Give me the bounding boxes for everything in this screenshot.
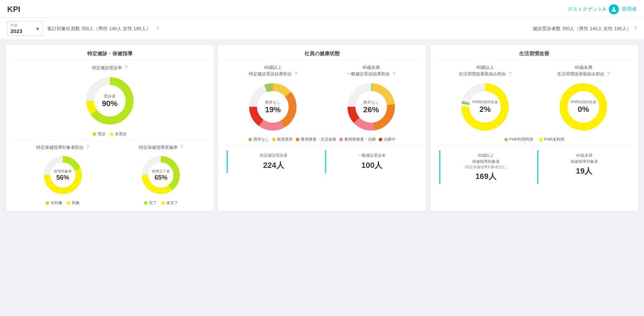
panel1-title: 特定健診・保健指導: [11, 51, 208, 60]
panel3-title: 生活習慣改善: [436, 51, 633, 60]
panel1-bl-legend: 非対象 対象: [46, 200, 80, 206]
panel2-right-help-icon[interactable]: ?: [393, 71, 396, 76]
panel3-top-row: 40歳以上 生活習慣改善取組み割合 ? PHR利用同: [436, 65, 633, 134]
panel1-bottom-right: 特定保健指導実施率 ? 指導完了者 65%: [139, 144, 183, 206]
p2-legend-4: 治療中: [379, 137, 396, 142]
panel3-right-center: PHR利用同意者 0%: [571, 100, 596, 114]
panel1-bl-help-icon[interactable]: ?: [87, 144, 89, 150]
legend-item-bl-1: 対象: [67, 200, 80, 206]
panel2-divider: [224, 146, 420, 146]
p3-legend-1: PHR未利用: [539, 137, 564, 142]
panel3-counts: 40歳以上 保健指導対象者 （特定保健指導対象者含む） 169人 40歳未満 保…: [436, 150, 633, 184]
legend-item-br-0: 完了: [144, 200, 157, 206]
year-label: 年度: [10, 23, 33, 28]
panel1-br-label: 特定保健指導実施率 ?: [139, 144, 183, 151]
panel2-right-center: 異常なし 26%: [363, 100, 379, 114]
exam-count-area: 健診受診者数 350人（男性 140人 女性 190人） ?: [533, 25, 637, 32]
panel2-top-row: 40歳以上 特定健診受診結果割合 ?: [224, 65, 420, 134]
panel2-title: 社員の健康状態: [224, 51, 420, 60]
panel1-top-donut: 受診者 90%: [83, 74, 137, 128]
p3-legend-dot-1: [539, 138, 543, 141]
panel3-left-donut: PHR利用同意者 2%: [458, 80, 512, 134]
panel2-left-center: 異常なし 19%: [265, 100, 281, 114]
panel1-br-center: 指導完了者 65%: [152, 169, 170, 181]
p3-legend-dot-0: [504, 138, 508, 141]
year-selector: 年度 2023 ▼ 集計対象社員数 350人（男性 140人 女性 190人） …: [7, 21, 159, 36]
divider-1: [11, 140, 208, 141]
legend-dot-br-0: [144, 201, 148, 205]
user-name: 管理者: [622, 6, 637, 13]
legend-item-br-1: 未完了: [161, 200, 178, 206]
panel3-right-help-icon[interactable]: ?: [607, 71, 610, 76]
p2-legend-dot-3: [339, 138, 343, 141]
panel1-top-section: 特定健診受診率 ? 受診者 90%: [83, 65, 137, 137]
p2-legend-dot-0: [248, 138, 252, 141]
panel3-right-label: 40歳未満 生活習慣改善取組み割合 ?: [557, 65, 610, 77]
p2-legend-0: 異常なし: [248, 137, 269, 142]
subheader: 年度 2023 ▼ 集計対象社員数 350人（男性 140人 女性 190人） …: [0, 18, 644, 40]
panel1-top-legend: 受診 未受診: [93, 131, 127, 137]
panel2-right-label: 40歳未満 一般健診受診結果割合 ?: [347, 65, 395, 77]
panel1-br-donut: 指導完了者 65%: [139, 154, 182, 197]
p2-legend-dot-4: [379, 138, 382, 141]
header: KPI テストテナントA 管理者: [0, 0, 644, 18]
panel3-left-label: 40歳以上 生活習慣改善取組み割合 ?: [459, 65, 512, 77]
p2-legend-3: 要精密検査・治療: [339, 137, 376, 142]
panel2-counts: 特定健診受診者 224人 一般健診受診者 100人: [224, 150, 420, 173]
p2-legend-dot-2: [296, 138, 299, 141]
panel1-br-help-icon[interactable]: ?: [180, 144, 183, 150]
p2-legend-1: 軽度異常: [272, 137, 293, 142]
panel1-top-row: 特定健診受診率 ? 受診者 90%: [11, 65, 208, 137]
panel2-right-donut: 異常なし 26%: [344, 80, 398, 134]
panel1-top-help-icon[interactable]: ?: [125, 65, 127, 70]
panel1-br-legend: 完了 未完了: [144, 200, 178, 206]
panel3-divider: [436, 146, 633, 146]
legend-item-0: 受診: [93, 131, 106, 137]
legend-dot-bl-0: [46, 201, 49, 205]
exam-count-help-icon[interactable]: ?: [634, 25, 637, 31]
panel1-top-label: 特定健診受診率 ?: [92, 65, 127, 71]
p2-legend-dot-1: [272, 138, 276, 141]
panel2-left-label: 40歳以上 特定健診受診結果割合 ?: [249, 65, 297, 77]
svg-point-0: [613, 7, 615, 9]
panel2-count-left: 特定健診受診者 224人: [227, 150, 319, 173]
legend-dot-bl-1: [67, 201, 70, 205]
legend-dot-br-1: [161, 201, 165, 205]
tenant-name: テストテナントA: [568, 6, 606, 13]
panel1-bottom-left: 特定保健指導対象者割合 ? 指導対象者 56%: [36, 144, 89, 206]
dropdown-arrow-icon: ▼: [35, 26, 40, 31]
panel-lifestyle: 生活習慣改善 40歳以上 生活習慣改善取組み割合 ?: [430, 45, 638, 211]
panel3-count-right: 40歳未満 保健指導対象者 19人: [537, 150, 630, 184]
staff-count: 集計対象社員数 350人（男性 140人 女性 190人）: [47, 25, 151, 32]
panel-employee-health: 社員の健康状態 40歳以上 特定健診受診結果割合 ?: [218, 45, 426, 211]
legend-item-bl-0: 非対象: [46, 200, 62, 206]
panel1-bottom-row: 特定保健指導対象者割合 ? 指導対象者 56%: [11, 144, 208, 206]
panel2-left-help-icon[interactable]: ?: [294, 71, 297, 76]
panel1-bl-center: 指導対象者 56%: [54, 169, 72, 181]
year-value: 2023: [10, 28, 22, 34]
panel3-right-donut: PHR利用同意者 0%: [556, 80, 610, 134]
panel3-right: 40歳未満 生活習慣改善取組み割合 ? PHR利用同意者 0%: [556, 65, 610, 134]
main-content: 特定健診・保健指導 特定健診受診率 ?: [0, 40, 644, 216]
staff-count-help-icon[interactable]: ?: [157, 26, 159, 32]
panel3-left: 40歳以上 生活習慣改善取組み割合 ? PHR利用同: [458, 65, 512, 134]
panel2-count-right: 一般健診受診者 100人: [325, 150, 417, 173]
p2-legend-2: 要再検査・生活改善: [296, 137, 336, 142]
panel1-top-center: 受診者 90%: [102, 94, 118, 108]
panel3-legend: PHR利用同意 PHR未利用: [436, 137, 633, 142]
legend-dot-1: [110, 132, 113, 136]
panel3-left-help-icon[interactable]: ?: [509, 71, 512, 76]
page-title: KPI: [7, 5, 20, 14]
legend-item-1: 未受診: [110, 131, 127, 137]
panel2-left-donut: 異常なし 19%: [246, 80, 300, 134]
header-right: テストテナントA 管理者: [568, 4, 637, 14]
panel1-bl-label: 特定保健指導対象者割合 ?: [36, 144, 89, 151]
avatar[interactable]: [609, 4, 619, 14]
year-dropdown[interactable]: 年度 2023 ▼: [7, 21, 43, 36]
panel2-left: 40歳以上 特定健診受診結果割合 ?: [246, 65, 300, 134]
panel3-left-center: PHR利用同意者 2%: [472, 100, 498, 114]
panel2-legend: 異常なし 軽度異常 要再検査・生活改善 要精密検査・治療 治療中: [224, 137, 420, 142]
panel2-right: 40歳未満 一般健診受診結果割合 ?: [344, 65, 398, 134]
panel1-bl-donut: 指導対象者 56%: [41, 154, 84, 197]
p3-legend-0: PHR利用同意: [504, 137, 533, 142]
